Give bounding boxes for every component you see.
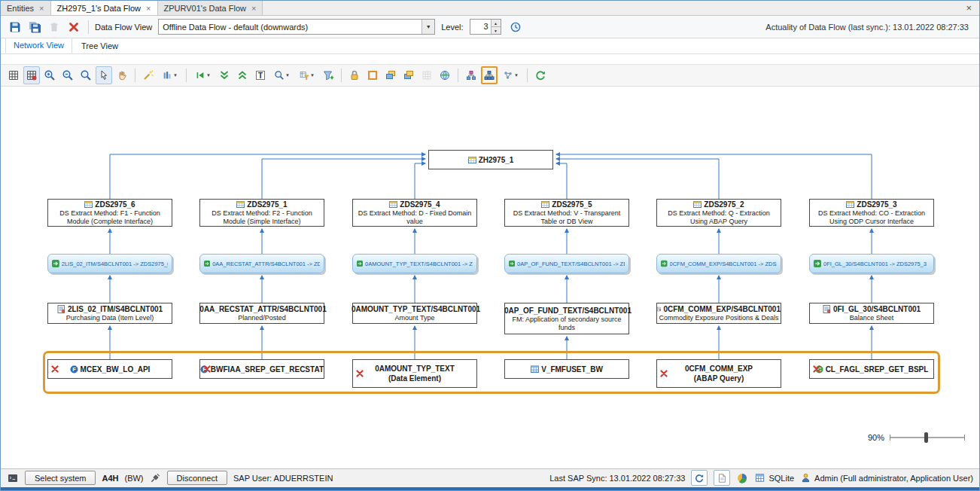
disconnect-button[interactable]: Disconnect	[167, 471, 227, 485]
extractor-node[interactable]: 0AMOUNT_TYP_TEXT (Data Element)	[352, 359, 477, 388]
zoom-slider[interactable]	[890, 432, 965, 444]
data-flow-view-select[interactable]: Offline Data Flow - default (downwards) …	[158, 19, 435, 35]
grid-view-button[interactable]	[5, 66, 22, 84]
pie-status-icon[interactable]	[736, 472, 748, 484]
datasource-node[interactable]: ZDS2975_5 DS Extract Method: V - Transpa…	[504, 199, 629, 227]
level-label: Level:	[441, 23, 463, 32]
skip-start-icon	[195, 69, 205, 81]
zoom-fit-button[interactable]	[78, 66, 94, 84]
transformation-node[interactable]: 2LIS_02_ITM/S4BCLNT001 -> ZDS2975_6	[47, 254, 172, 273]
source-node[interactable]: 0AA_RECSTAT_ATTR/S4BCLNT001 Planned/Post…	[199, 303, 324, 324]
send-to-back-button[interactable]	[400, 66, 417, 84]
level-value[interactable]: 3	[470, 20, 491, 34]
extractor-title: FMCEX_BW_LO_API	[48, 364, 172, 374]
source-name: 0AA_RECSTAT_ATTR/S4BCLNT001	[199, 304, 326, 314]
close-icon[interactable]: ×	[39, 5, 44, 12]
datasource-node[interactable]: ZDS2975_6 DS Extract Method: F1 - Functi…	[47, 199, 172, 227]
spin-up-icon[interactable]: ▲	[492, 20, 501, 27]
pan-hand-button[interactable]	[114, 66, 130, 84]
tab-zh2975-dataflow[interactable]: ZH2975_1's Data Flow ×	[51, 1, 158, 15]
layout-settings-button[interactable]: ▼	[158, 66, 181, 84]
web-view-button[interactable]	[437, 66, 453, 84]
transformation-node[interactable]: 0AMOUNT_TYP_TEXT/S4BCLNT001 -> ZDS2975_4	[352, 254, 477, 273]
search-icon	[274, 69, 285, 81]
save-button[interactable]	[7, 18, 23, 36]
transformation-node[interactable]: 0CFM_COMM_EXP/S4BCLNT001 -> ZDS2975_2	[656, 254, 781, 273]
error-x-icon	[356, 370, 364, 377]
toolbar-separator	[341, 69, 342, 82]
collapse-all-button[interactable]	[216, 66, 233, 84]
transformation-icon	[509, 260, 515, 267]
extractor-node[interactable]: CCL_FAGL_SREP_GET_BSPL	[809, 359, 934, 379]
extractor-node[interactable]: FMCEX_BW_LO_API	[47, 359, 172, 379]
flow-edges	[1, 87, 980, 460]
filter-table-button[interactable]: ▼	[295, 66, 318, 84]
close-icon[interactable]: ×	[251, 5, 256, 12]
expand-all-button[interactable]	[234, 66, 251, 84]
network-canvas[interactable]: ZH2975_1 ZDS2975_6 DS Extract Method: F1…	[1, 87, 980, 460]
lock-button[interactable]	[346, 66, 363, 84]
tab-zpurv01-dataflow[interactable]: ZPURV01's Data Flow ×	[158, 1, 263, 15]
source-node[interactable]: 0CFM_COMM_EXP/S4BCLNT001 Commodity Expos…	[656, 303, 781, 324]
zoom-in-button[interactable]	[41, 66, 58, 84]
source-node[interactable]: 0AMOUNT_TYP_TEXT/S4BCLNT001 Amount Type	[352, 303, 477, 324]
snap-grid-button[interactable]	[23, 66, 40, 84]
datasource-node[interactable]: ZDS2975_4 DS Extract Method: D - Fixed D…	[352, 199, 477, 227]
transformation-node[interactable]: 0FI_GL_30/S4BCLNT001 -> ZDS2975_3	[809, 254, 934, 273]
go-to-start-button[interactable]: ▼	[191, 66, 215, 84]
chevron-down-icon[interactable]: ▼	[422, 20, 434, 34]
refresh-layout-button[interactable]	[532, 66, 549, 84]
text-tool-button[interactable]: T	[252, 66, 269, 84]
align-grid-button[interactable]	[418, 66, 435, 84]
transformation-node[interactable]: 0AA_RECSTAT_ATTR/S4BCLNT001 -> ZDS2975_1	[199, 254, 324, 273]
datasource-node[interactable]: ZDS2975_2 DS Extract Method: Q - Extract…	[656, 199, 781, 227]
datasource-node[interactable]: ZDS2975_3 DS Extract Method: CO - Extrac…	[809, 199, 934, 227]
pointer-button[interactable]	[96, 66, 112, 84]
sync-log-button[interactable]	[714, 470, 730, 486]
zoom-slider-handle[interactable]	[924, 432, 928, 443]
extractor-node[interactable]: FBWFIAA_SREP_GET_RECSTAT	[199, 359, 324, 379]
highlight-frame-button[interactable]	[364, 66, 381, 84]
search-button[interactable]: ▼	[270, 66, 294, 84]
sync-now-button[interactable]	[691, 470, 708, 486]
root-node[interactable]: ZH2975_1	[428, 150, 553, 169]
transformation-icon	[52, 260, 59, 267]
tab-entities[interactable]: Entities ×	[1, 1, 51, 15]
magic-wand-button[interactable]	[140, 66, 157, 84]
bring-to-front-button[interactable]	[382, 66, 399, 84]
source-node[interactable]: 2LIS_02_ITM/S4BCLNT001 Purchasing Data (…	[47, 303, 172, 324]
delete-button[interactable]	[46, 18, 62, 36]
window-close-button[interactable]: ×	[958, 1, 979, 15]
spin-down-icon[interactable]: ▼	[492, 27, 501, 34]
extractor-node[interactable]: V_FMFUSET_BW	[504, 359, 629, 379]
transformation-node[interactable]: 0AP_OF_FUND_TEXT/S4BCLNT001 -> ZDS2975_5	[504, 254, 629, 273]
source-name: 2LIS_02_ITM/S4BCLNT001	[68, 304, 163, 314]
level-stepper[interactable]: 3 ▲ ▼	[470, 19, 501, 35]
group-layout-button[interactable]	[463, 66, 479, 84]
datasource-title: ZDS2975_1	[200, 200, 324, 209]
sap-user-text: SAP User: ADUERRSTEIN	[233, 474, 333, 483]
apply-filter-button[interactable]	[320, 66, 336, 84]
discard-changes-button[interactable]	[65, 18, 82, 36]
toolbar-separator	[458, 69, 458, 82]
save-all-button[interactable]	[26, 18, 43, 36]
hierarchic-layout-button[interactable]	[481, 66, 498, 84]
tabbar-spacer	[263, 1, 958, 15]
select-system-button[interactable]: Select system	[25, 471, 96, 485]
data-flow-view-label: Data Flow View	[95, 23, 152, 32]
tab-tree-view[interactable]: Tree View	[74, 39, 126, 53]
layout-bars-icon	[162, 69, 172, 81]
datasource-title: ZDS2975_2	[657, 200, 781, 209]
datasource-node[interactable]: ZDS2975_1 DS Extract Method: F2 - Functi…	[199, 199, 324, 227]
grid-icon	[8, 69, 20, 81]
source-node[interactable]: 0FI_GL_30/S4BCLNT001 Balance Sheet	[809, 303, 934, 324]
source-node[interactable]: 0AP_OF_FUND_TEXT/S4BCLNT001 FM: Applicat…	[504, 303, 629, 334]
extractor-node[interactable]: 0CFM_COMM_EXP (ABAP Query)	[656, 359, 781, 388]
close-icon[interactable]: ×	[146, 5, 151, 12]
tab-network-view[interactable]: Network View	[5, 38, 72, 53]
organic-layout-button[interactable]: ▼	[499, 66, 522, 84]
datasource-name: ZDS2975_6	[95, 200, 135, 209]
sync-clock-button[interactable]	[507, 18, 524, 36]
grid-disabled-icon	[421, 69, 433, 81]
zoom-out-button[interactable]	[59, 66, 76, 84]
